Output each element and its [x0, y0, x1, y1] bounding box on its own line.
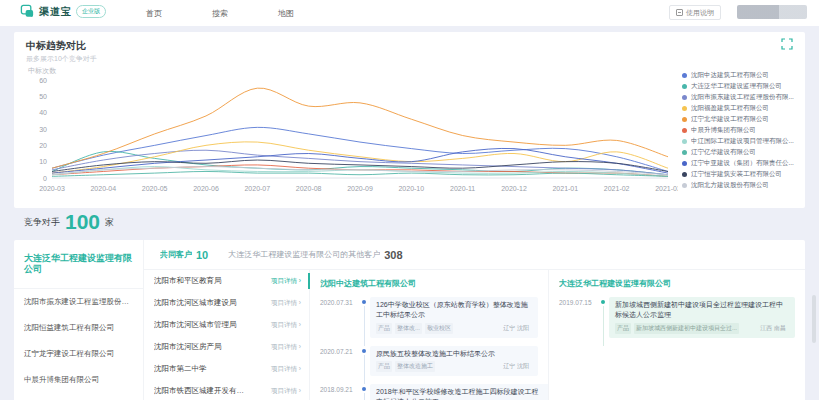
legend-item[interactable]: 辽宁北华建设工程有限公司 [682, 114, 819, 125]
legend-item[interactable]: 沈阳中达建筑工程有限公司 [682, 70, 819, 81]
legend-company-label: 大连泛华工程建设监理有限公司 [691, 82, 782, 91]
timeline-entries: 2019.07.15 新加坡城西侧新建初中建设项目全过程监理建设工程中标候选人公… [559, 297, 795, 338]
customer-row[interactable]: 沈阳市沈河区城市建设局 项目详情 [144, 292, 309, 314]
entry-date: 2019.07.15 [559, 297, 599, 338]
sidebar-company-item[interactable]: 沈阳市振东建设工程监理股份有限... [14, 289, 143, 315]
legend-dot-icon [682, 73, 687, 78]
legend-item[interactable]: 沈阳福盈建筑工程有限公司 [682, 103, 819, 114]
legend-item[interactable]: 大连泛华工程建设监理有限公司 [682, 81, 819, 92]
svg-text:2020-10: 2020-10 [398, 185, 424, 192]
svg-text:2020-05: 2020-05 [142, 185, 168, 192]
svg-text:2020-11: 2020-11 [450, 185, 475, 192]
nav-item[interactable]: 地图 [272, 8, 300, 19]
entry-title[interactable]: 2018年和平区学校维修改造工程施工四标段建设工程中标候选人公示施工 [376, 387, 544, 400]
legend-item[interactable]: 辽宁中亚建设（集团）有限责任公... [682, 158, 819, 169]
customer-row[interactable]: 沈阳市沈河区房产局 项目详情 [144, 336, 309, 358]
page-scrollbar-thumb[interactable] [812, 295, 816, 343]
sidebar-company-item[interactable]: 沈阳恒益建筑工程有限公司 [14, 315, 143, 341]
project-detail-link[interactable]: 项目详情 [271, 365, 301, 374]
entry-date: 2020.07.31 [320, 297, 360, 338]
shared-customer-list: 沈阳市和平区教育局 项目详情 沈阳市沈河区城市建设局 项目详情 沈阳市沈河区城市… [144, 270, 310, 400]
competitor-sidebar: 大连泛华工程建设监理有限公司沈阳市振东建设工程监理股份有限...沈阳恒益建筑工程… [14, 240, 144, 400]
legend-dot-icon [682, 117, 687, 122]
product-tag-label: 产品 [615, 323, 631, 334]
customer-row[interactable]: 沈阳市和平区教育局 项目详情 [144, 270, 309, 292]
legend-dot-icon [682, 106, 687, 111]
timeline-entry: 2020.07.31 126中学敬业校区（原东站教育学校）整体改造施工中标结果公… [320, 297, 538, 338]
legend-item[interactable]: 沈阳市振东建设工程监理股份有限... [682, 92, 819, 103]
company-timeline-panel: 沈阳中达建筑工程有限公司 2020.07.31 126中学敬业校区（原东站教育学… [310, 270, 548, 400]
manual-icon [676, 9, 683, 16]
svg-text:20: 20 [39, 142, 47, 149]
product-tag-label: 产品 [376, 323, 392, 334]
entry-tags: 整体改...敬业校区 [395, 323, 453, 334]
fullscreen-icon[interactable] [781, 38, 793, 50]
svg-text:0: 0 [43, 175, 47, 182]
customer-tab[interactable]: 大连泛华工程建设监理有限公司的其他客户 308 [228, 249, 402, 261]
legend-company-label: 辽宁中亚建设（集团）有限责任公... [691, 159, 794, 168]
legend-item[interactable]: 中辽国际工程建设项目管理有限公... [682, 136, 819, 147]
customer-row[interactable]: 沈阳市第二中学 项目详情 [144, 358, 309, 380]
app-logo[interactable]: 渠道宝 企业版 [20, 4, 106, 19]
legend-item[interactable]: 中晨升博集团有限公司 [682, 125, 819, 136]
entry-title[interactable]: 新加坡城西侧新建初中建设项目全过程监理建设工程中标候选人公示监理 [615, 300, 789, 320]
svg-text:2020-08: 2020-08 [296, 185, 322, 192]
competitor-unit: 家 [105, 216, 114, 232]
legend-item[interactable]: 辽宁亿华建设有限公司 [682, 147, 819, 158]
chart-title: 中标趋势对比 [26, 39, 86, 53]
nav-item[interactable]: 首页 [140, 8, 168, 19]
customer-name: 沈阳市铁西区城建开发有限责任公司 [154, 386, 250, 396]
product-tag: 整体改... [395, 323, 422, 334]
legend-dot-icon [682, 95, 687, 100]
timeline-company-name[interactable]: 大连泛华工程建设监理有限公司 [559, 278, 795, 289]
tab-label: 共同客户 [160, 249, 192, 261]
entry-card: 新加坡城西侧新建初中建设项目全过程监理建设工程中标候选人公示监理 产品 新加坡城… [609, 297, 795, 338]
project-detail-link[interactable]: 项目详情 [271, 277, 301, 286]
sidebar-company-item[interactable]: 中晨升博集团有限公司 [14, 367, 143, 393]
help-label: 使用说明 [686, 8, 714, 18]
legend-company-label: 沈阳市振东建设工程监理股份有限... [691, 93, 794, 102]
legend-company-label: 辽宁北华建设工程有限公司 [691, 115, 769, 124]
entry-title[interactable]: 126中学敬业校区（原东站教育学校）整体改造施工中标结果公示 [376, 300, 532, 320]
product-tag: 整体改造施工 [395, 361, 435, 372]
legend-dot-icon [682, 128, 687, 133]
svg-text:50: 50 [39, 93, 47, 100]
timeline-dot-icon [599, 297, 609, 338]
competitor-detail-panel: 大连泛华工程建设监理有限公司沈阳市振东建设工程监理股份有限...沈阳恒益建筑工程… [14, 240, 805, 400]
legend-company-label: 辽宁亿华建设有限公司 [691, 148, 756, 157]
entry-meta: 产品 整体改...敬业校区 辽宁 沈阳 [376, 323, 532, 334]
timeline-dot-icon [360, 346, 370, 377]
timeline-company-name[interactable]: 沈阳中达建筑工程有限公司 [320, 278, 538, 289]
project-detail-link[interactable]: 项目详情 [271, 343, 301, 352]
svg-text:2021-03: 2021-03 [655, 185, 678, 192]
entry-date: 2018.09.21 [320, 384, 360, 400]
customer-tab[interactable]: 共同客户 10 [160, 249, 208, 261]
legend-item[interactable]: 辽宁恒宇建筑安装工程有限公司 [682, 169, 819, 180]
timeline-dot-icon [360, 297, 370, 338]
svg-text:2020-09: 2020-09 [347, 185, 373, 192]
legend-company-label: 辽宁恒宇建筑安装工程有限公司 [691, 170, 782, 179]
svg-text:2020-03: 2020-03 [39, 185, 65, 192]
customer-row[interactable]: 沈阳市沈河区城市管理局 项目详情 [144, 314, 309, 336]
sidebar-company-item[interactable]: 辽宁龙宇建设工程有限公司 [14, 341, 143, 367]
legend-company-label: 沈阳北方建设股份有限公司 [691, 181, 769, 190]
customer-name: 沈阳市沈河区城市建设局 [154, 298, 237, 308]
entry-title[interactable]: 原民族五校整体改造施工中标结果公示 [376, 349, 532, 359]
timeline-entry: 2019.07.15 新加坡城西侧新建初中建设项目全过程监理建设工程中标候选人公… [559, 297, 795, 338]
nav-item[interactable]: 搜索 [206, 8, 234, 19]
entry-meta: 产品 新加坡城西侧新建初中建设项目全过... 江西 南昌 [615, 323, 789, 334]
svg-text:40: 40 [39, 109, 47, 116]
product-tag: 敬业校区 [425, 323, 453, 334]
usage-help-button[interactable]: 使用说明 [669, 5, 721, 20]
trend-chart-card: 中标趋势对比 最多展示10个竞争对手 中标次数 0102030405060202… [14, 32, 805, 208]
sidebar-company-item[interactable]: 大连泛华工程建设监理有限公司 [14, 240, 143, 289]
legend-item[interactable]: 沈阳北方建设股份有限公司 [682, 180, 819, 191]
project-detail-link[interactable]: 项目详情 [271, 387, 301, 396]
svg-text:30: 30 [39, 126, 47, 133]
user-account-area[interactable] [737, 5, 807, 19]
project-detail-link[interactable]: 项目详情 [271, 299, 301, 308]
entry-meta: 产品 整体改造施工 辽宁 沈阳 [376, 361, 532, 372]
sidebar-company-item[interactable]: 中辽国际工程建设项目管理有限公司 [14, 393, 143, 400]
project-detail-link[interactable]: 项目详情 [271, 321, 301, 330]
customer-row[interactable]: 沈阳市铁西区城建开发有限责任公司 项目详情 [144, 380, 309, 400]
